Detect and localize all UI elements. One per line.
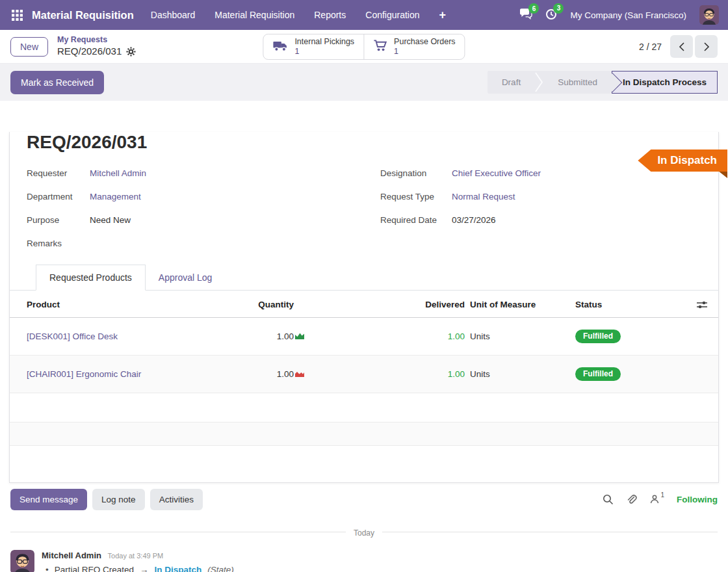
mark-as-received-button[interactable]: Mark as Received	[10, 71, 104, 94]
chatter-toolbar: Send message Log note Activities 1 Follo…	[0, 483, 728, 512]
message-avatar[interactable]	[10, 550, 34, 572]
company-switcher[interactable]: My Company (San Francisco)	[570, 10, 686, 20]
top-nav: Material Requisition Dashboard Material …	[0, 0, 728, 30]
menu-material-requisition[interactable]: Material Requisition	[214, 10, 294, 20]
purpose-value[interactable]: Need New	[90, 215, 131, 225]
designation-value[interactable]: Chief Executive Officer	[452, 168, 541, 178]
chatter-icons: 1 Following	[603, 494, 718, 505]
search-messages-icon[interactable]	[603, 494, 614, 505]
row2-delivered: 1.00	[344, 356, 465, 393]
chatter-message: Mitchell Admin Today at 3:49 PM • Partia…	[0, 545, 728, 572]
internal-pickings-button[interactable]: Internal Pickings 1	[263, 34, 363, 59]
header-product[interactable]: Product	[10, 291, 248, 318]
internal-pickings-text: Internal Pickings 1	[294, 37, 354, 57]
statusbar: Draft Submitted In Dispatch Process	[488, 71, 718, 94]
action-bar: Mark as Received Draft Submitted In Disp…	[0, 64, 728, 101]
log-note-button[interactable]: Log note	[92, 489, 145, 510]
message-author[interactable]: Mitchell Admin	[42, 551, 101, 560]
row2-product[interactable]: [CHAIR001] Ergonomic Chair	[10, 356, 248, 393]
new-button[interactable]: New	[10, 37, 48, 57]
followers-button[interactable]: 1	[649, 494, 664, 504]
message-timestamp: Today at 3:49 PM	[108, 552, 164, 560]
send-message-button[interactable]: Send message	[10, 489, 87, 510]
nav-menu: Dashboard Material Requisition Reports C…	[151, 8, 446, 22]
tab-requested-products[interactable]: Requested Products	[36, 265, 146, 291]
step-submitted[interactable]: Submitted	[543, 71, 612, 94]
required-date-value[interactable]: 03/27/2026	[452, 215, 496, 225]
following-toggle[interactable]: Following	[677, 495, 718, 504]
purchase-orders-button[interactable]: Purchase Orders 1	[363, 34, 464, 59]
menu-plus[interactable]: +	[439, 8, 447, 22]
table-header-row: Product Quantity Delivered Unit of Measu…	[10, 291, 718, 318]
row2-quantity[interactable]: 1.00	[248, 356, 294, 393]
followers-count: 1	[660, 491, 664, 499]
bullet: •	[46, 565, 49, 572]
field-required-date: Required Date 03/27/2026	[380, 215, 701, 226]
header-uom[interactable]: Unit of Measure	[465, 291, 575, 318]
tab-approval-log[interactable]: Approval Log	[146, 265, 226, 290]
row1-quantity[interactable]: 1.00	[248, 318, 294, 356]
tracking-suffix: (State)	[207, 565, 234, 572]
menu-configuration[interactable]: Configuration	[365, 10, 419, 20]
row1-status-badge: Fulfilled	[575, 330, 621, 343]
notebook-tabs: Requested Products Approval Log	[10, 265, 718, 291]
messages-menu[interactable]: 6	[519, 8, 532, 21]
step-draft[interactable]: Draft	[488, 71, 535, 94]
nav-left: Material Requisition Dashboard Material …	[9, 7, 446, 23]
tracking-new-value[interactable]: In Dispatch	[155, 565, 202, 572]
attachment-paperclip-icon[interactable]	[626, 494, 637, 505]
messages-badge: 6	[528, 3, 539, 14]
pager-counter: 2 / 27	[639, 42, 662, 52]
activities-menu[interactable]: 3	[545, 8, 557, 22]
header-quantity[interactable]: Quantity	[248, 291, 294, 318]
internal-pickings-label: Internal Pickings	[294, 37, 354, 47]
forecast-chart-icon-green[interactable]	[294, 333, 306, 343]
field-remarks: Remarks	[27, 239, 348, 250]
arrow-right-icon: →	[140, 565, 149, 572]
breadcrumb-parent[interactable]: My Requests	[57, 35, 136, 46]
gear-icon[interactable]	[126, 47, 136, 57]
user-avatar[interactable]	[699, 5, 719, 25]
form-sheet: In Dispatch REQ/2026/031 Requester Mitch…	[9, 132, 719, 483]
empty-row	[10, 393, 718, 422]
truck-icon	[272, 40, 289, 54]
menu-reports[interactable]: Reports	[314, 10, 346, 20]
header-chart-spacer	[294, 291, 344, 318]
menu-dashboard[interactable]: Dashboard	[151, 10, 196, 20]
field-department: Department Management	[27, 192, 348, 203]
purchase-orders-label: Purchase Orders	[394, 37, 455, 47]
field-requester: Requester Mitchell Admin	[27, 168, 348, 179]
field-grid: Requester Mitchell Admin Department Mana…	[10, 168, 718, 262]
row1-product[interactable]: [DESK001] Office Desk	[10, 318, 248, 356]
department-value[interactable]: Management	[90, 192, 141, 202]
table-row[interactable]: [CHAIR001] Ergonomic Chair 1.00 1.00 Uni…	[10, 356, 718, 393]
breadcrumb: My Requests REQ/2026/031	[57, 35, 136, 57]
fields-left-column: Requester Mitchell Admin Department Mana…	[27, 168, 348, 262]
row1-delivered: 1.00	[344, 318, 465, 356]
header-delivered[interactable]: Delivered	[344, 291, 465, 318]
step-in-dispatch-process[interactable]: In Dispatch Process	[612, 71, 718, 94]
request-type-value[interactable]: Normal Request	[452, 192, 515, 202]
message-body: Mitchell Admin Today at 3:49 PM • Partia…	[42, 550, 234, 572]
pager: 2 / 27	[639, 35, 718, 58]
table-row[interactable]: [DESK001] Office Desk 1.00 1.00 Units Fu…	[10, 318, 718, 356]
app-title[interactable]: Material Requisition	[32, 9, 134, 21]
row1-uom[interactable]: Units	[465, 318, 575, 356]
pager-previous-button[interactable]	[670, 35, 693, 58]
apps-grid-icon[interactable]	[9, 7, 25, 23]
optional-columns-icon[interactable]	[689, 300, 718, 309]
field-request-type: Request Type Normal Request	[380, 192, 701, 203]
field-purpose: Purpose Need New	[27, 215, 348, 226]
record-title: REQ/2026/031	[27, 132, 701, 153]
stat-button-group: Internal Pickings 1 Purchase Orders 1	[263, 34, 465, 60]
activities-button[interactable]: Activities	[150, 489, 203, 510]
cart-icon	[373, 39, 388, 54]
control-panel: New My Requests REQ/2026/031	[0, 30, 728, 64]
message-header: Mitchell Admin Today at 3:49 PM	[42, 551, 234, 560]
header-status[interactable]: Status	[575, 291, 689, 318]
row2-uom[interactable]: Units	[465, 356, 575, 393]
forecast-chart-icon-red[interactable]	[294, 370, 306, 380]
pager-next-button[interactable]	[695, 35, 718, 58]
internal-pickings-value: 1	[294, 47, 354, 57]
requester-value[interactable]: Mitchell Admin	[90, 168, 146, 178]
